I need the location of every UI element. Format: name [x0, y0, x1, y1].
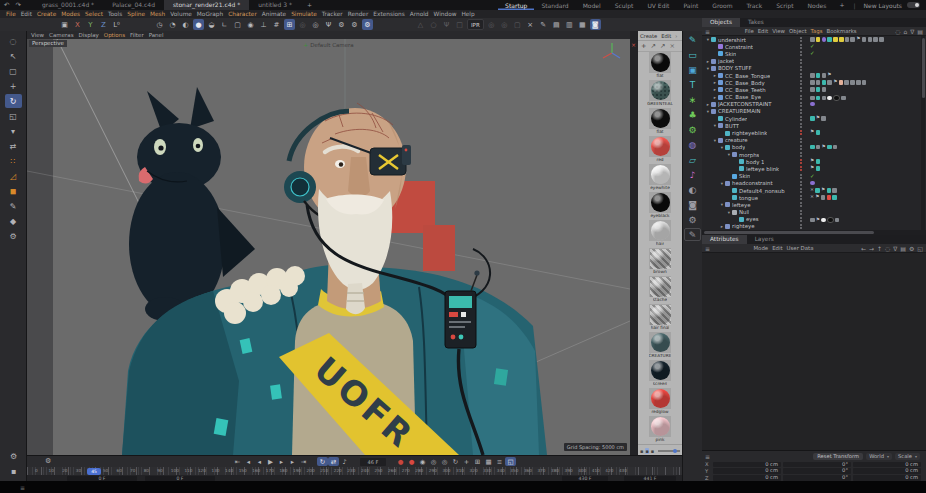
visibility-dot[interactable]: [800, 166, 802, 168]
gray-tag-icon[interactable]: [827, 80, 832, 85]
flag-tag-icon[interactable]: ⚑: [833, 80, 837, 85]
palette-icon[interactable]: ▱: [685, 153, 700, 166]
toolbar-icon[interactable]: ×: [525, 19, 536, 30]
visibility-dots[interactable]: [800, 66, 802, 72]
object-row[interactable]: Constraint✓: [702, 43, 926, 50]
transport-button[interactable]: ◂: [243, 457, 254, 466]
tool-icon[interactable]: ◼: [5, 184, 22, 198]
visibility-dot[interactable]: [800, 66, 802, 68]
tool-icon[interactable]: ▢: [5, 64, 22, 78]
object-row[interactable]: ▾BUTT: [702, 122, 926, 129]
object-name[interactable]: morphs: [739, 152, 759, 158]
material-swatch[interactable]: GREENTEAL: [638, 80, 682, 108]
palette-icon[interactable]: ▣: [685, 63, 700, 76]
coordinate-space-select[interactable]: World: [866, 453, 892, 460]
taskbar-menu-icon[interactable]: ≡: [20, 484, 25, 491]
playhead[interactable]: 45: [87, 468, 101, 475]
object-row[interactable]: ▸CC_Base_Eye: [702, 94, 926, 101]
palette-icon[interactable]: ♪: [685, 168, 700, 181]
visibility-dots[interactable]: [800, 44, 802, 50]
record-icon[interactable]: ↻: [450, 457, 461, 466]
pink-tag-icon[interactable]: [839, 80, 844, 85]
record-icon[interactable]: ◎: [428, 457, 439, 466]
objects-menu-item[interactable]: Edit: [758, 28, 768, 34]
visibility-dot[interactable]: [800, 59, 802, 61]
teal-tag-icon[interactable]: [810, 116, 815, 121]
visibility-dot[interactable]: [800, 116, 802, 118]
layout-tab[interactable]: Script: [769, 1, 800, 10]
tool-icon[interactable]: ↖: [5, 49, 22, 63]
objects-menu-item[interactable]: Object: [789, 28, 807, 34]
panel-header-icon[interactable]: ◱: [917, 245, 923, 252]
object-name[interactable]: lefteye blink: [746, 166, 779, 172]
toolbar-icon[interactable]: ⚙: [362, 19, 373, 30]
visibility-dots[interactable]: [800, 188, 802, 194]
gray-tag-icon[interactable]: [816, 80, 821, 85]
object-row[interactable]: ▸CC_Base_Tongue⚑: [702, 72, 926, 79]
visibility-dots[interactable]: [800, 80, 802, 86]
panel-tab[interactable]: Objects: [702, 18, 740, 27]
object-name[interactable]: Default4_nonsub: [739, 188, 785, 194]
white-tag-icon[interactable]: [821, 218, 826, 223]
gray-tag-icon[interactable]: [810, 80, 815, 85]
teal-tag-icon[interactable]: [827, 145, 832, 150]
object-name[interactable]: CC_Base_Tongue: [725, 73, 770, 79]
visibility-dot[interactable]: [800, 119, 802, 121]
visibility-dot[interactable]: [800, 202, 802, 204]
object-row[interactable]: ▾BODY STUFF: [702, 65, 926, 72]
visibility-dot[interactable]: [800, 195, 802, 197]
object-name[interactable]: Cylinder: [725, 116, 747, 122]
teal-tag-icon[interactable]: [827, 37, 832, 42]
toolbar-icon[interactable]: ◙: [590, 19, 601, 30]
group-object-icon[interactable]: [725, 202, 730, 207]
joint-object-icon[interactable]: [718, 73, 723, 78]
visibility-dot[interactable]: [800, 224, 802, 226]
visibility-dots[interactable]: [800, 159, 802, 165]
tool-icon[interactable]: ⚙: [5, 449, 22, 463]
palette-icon[interactable]: T: [685, 78, 700, 91]
menu-item[interactable]: Create: [37, 11, 56, 17]
menu-item[interactable]: Window: [434, 11, 457, 17]
menu-item[interactable]: Simulate: [291, 11, 317, 17]
visibility-dot[interactable]: [800, 159, 802, 161]
material-swatch[interactable]: red: [638, 136, 682, 164]
menu-item[interactable]: Tracker: [322, 11, 343, 17]
material-button[interactable]: +: [641, 42, 646, 50]
timeline-ruler[interactable]: 0102030405060708090100110120130140150160…: [27, 467, 682, 475]
gray-tag-icon[interactable]: [810, 96, 815, 101]
visibility-dot[interactable]: [800, 54, 802, 56]
toolbar-icon[interactable]: ◔: [167, 19, 178, 30]
gray-tag-icon[interactable]: [810, 37, 815, 42]
material-swatch[interactable]: hair: [638, 220, 682, 248]
rotation-field[interactable]: 0°: [783, 475, 851, 481]
undo-icon[interactable]: ↶: [4, 1, 11, 9]
visibility-dot[interactable]: [800, 123, 802, 125]
teal-tag-icon[interactable]: [816, 96, 821, 101]
coordinate-mode-select[interactable]: Scale: [895, 453, 920, 460]
gray-tag-icon[interactable]: [862, 37, 867, 42]
panel-header-icon[interactable]: ⌂: [904, 28, 908, 35]
flag-tag-icon[interactable]: ⚑: [810, 166, 814, 171]
gray-tag-icon[interactable]: [816, 145, 821, 150]
visibility-dot[interactable]: [800, 188, 802, 190]
visibility-dots[interactable]: [800, 138, 802, 144]
record-icon[interactable]: ◉: [417, 457, 428, 466]
visibility-dot[interactable]: [800, 51, 802, 53]
object-name[interactable]: JACKETCONSTRAINT: [718, 101, 772, 107]
visibility-dot[interactable]: [800, 37, 802, 39]
transport-button[interactable]: ⇥: [298, 457, 309, 466]
tool-icon[interactable]: ↻: [5, 94, 22, 108]
group-object-icon[interactable]: [711, 59, 716, 64]
panel-header-icon[interactable]: →: [869, 245, 874, 252]
toolbar-icon[interactable]: ▦: [577, 19, 588, 30]
palette-icon[interactable]: ♣: [685, 108, 700, 121]
mesh-object-icon[interactable]: [739, 159, 744, 164]
menu-item[interactable]: Spline: [127, 11, 145, 17]
gray-tag-icon[interactable]: [822, 96, 827, 101]
tool-icon[interactable]: ◌: [5, 34, 22, 48]
joint-object-icon[interactable]: [718, 95, 723, 100]
layout-tab[interactable]: Track: [740, 1, 770, 10]
view-mode-icon[interactable]: ▪: [651, 448, 654, 454]
visibility-dots[interactable]: [800, 59, 802, 65]
object-row[interactable]: ▸CC_Base_Teeth: [702, 86, 926, 93]
